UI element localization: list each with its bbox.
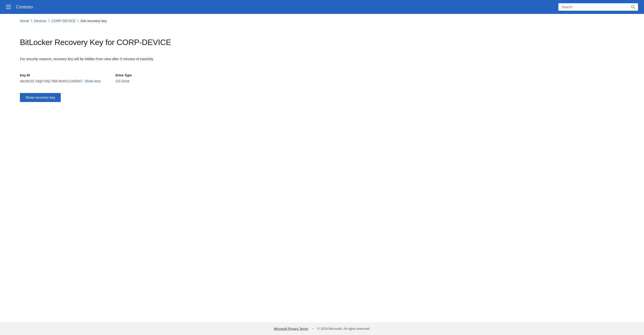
breadcrumb-sep-3: \: [78, 19, 79, 23]
breadcrumb-device[interactable]: CORP-DEVICE: [52, 19, 76, 23]
footer: Microsoft Privacy Terms • © 2024 Microso…: [0, 322, 644, 335]
footer-separator: •: [312, 327, 313, 331]
security-notice: For security reasons, recovery key will …: [20, 57, 624, 61]
drive-type-section: Drive Type OS Drive: [116, 73, 165, 83]
breadcrumb-home[interactable]: Home: [20, 19, 29, 23]
search-container: [558, 3, 638, 11]
key-details: Key ID abcde1f2-34gh-5i6j-7kl8-9m0n12345…: [20, 73, 624, 83]
show-recovery-key-button[interactable]: Show recovery key: [20, 93, 61, 102]
breadcrumb-devices[interactable]: Devices: [34, 19, 46, 23]
key-id-text: abcde1f2-34gh-5i6j-7kl8-9m0n123456o7: [20, 79, 82, 83]
privacy-terms-link[interactable]: Microsoft Privacy Terms: [274, 327, 308, 331]
search-icon: [631, 5, 635, 9]
breadcrumb: Home \ Devices \ CORP-DEVICE \ Get recov…: [0, 14, 644, 23]
search-input[interactable]: [558, 3, 628, 11]
search-button[interactable]: [628, 3, 638, 11]
key-id-label: Key ID: [20, 73, 100, 77]
key-id-section: Key ID abcde1f2-34gh-5i6j-7kl8-9m0n12345…: [20, 73, 100, 83]
header: Contoso: [0, 0, 644, 14]
svg-line-1: [634, 8, 635, 9]
hamburger-menu-icon[interactable]: [6, 5, 11, 9]
show-less-link[interactable]: Show less: [84, 79, 100, 83]
footer-copyright: © 2024 Microsoft. All rights reserved.: [317, 327, 370, 331]
breadcrumb-sep-1: \: [31, 19, 32, 23]
key-id-value-container: abcde1f2-34gh-5i6j-7kl8-9m0n123456o7 Sho…: [20, 79, 100, 83]
app-title: Contoso: [16, 4, 33, 10]
drive-type-label: Drive Type: [116, 73, 165, 77]
breadcrumb-current: Get recovery key: [80, 19, 107, 23]
header-left: Contoso: [6, 4, 33, 10]
drive-type-value: OS Drive: [116, 79, 165, 83]
main-content: BitLocker Recovery Key for CORP-DEVICE F…: [0, 23, 644, 322]
page-title: BitLocker Recovery Key for CORP-DEVICE: [20, 38, 624, 47]
breadcrumb-sep-2: \: [48, 19, 50, 23]
